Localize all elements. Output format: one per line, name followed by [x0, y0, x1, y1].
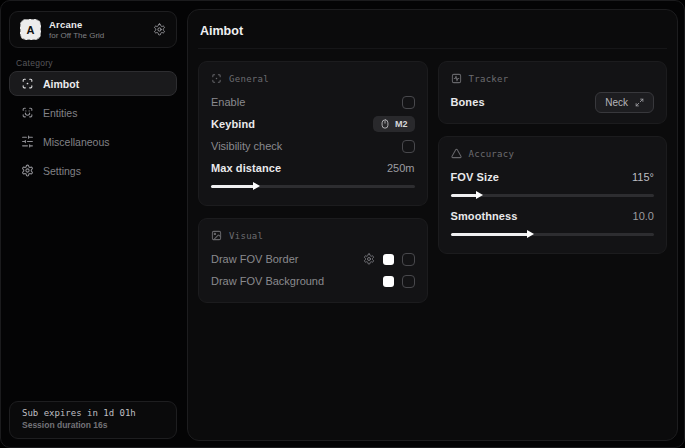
entity-scan-icon [21, 106, 34, 119]
category-label: Category [16, 58, 53, 68]
draw-fov-background-row: Draw FOV Background [211, 270, 415, 292]
draw-fov-border-checkbox[interactable] [402, 253, 415, 266]
fov-size-value: 115° [632, 171, 654, 183]
keybind-row: Keybind M2 [211, 113, 415, 135]
app-name: Arcane [49, 19, 104, 30]
app-logo-letter: A [27, 24, 35, 36]
enable-label: Enable [211, 96, 245, 108]
fov-size-slider[interactable] [451, 189, 655, 201]
draw-fov-background-label: Draw FOV Background [211, 275, 324, 287]
sidebar-item-label: Entities [43, 107, 77, 119]
visual-card: Visual Draw FOV Border Draw [198, 218, 428, 303]
bones-label: Bones [451, 96, 485, 108]
max-distance-row: Max distance 250m [211, 157, 415, 179]
main-panel: Aimbot General Enable [187, 9, 678, 441]
slider-thumb[interactable] [527, 230, 534, 238]
crosshair-scan-icon [21, 77, 34, 90]
fov-size-label: FOV Size [451, 171, 499, 183]
card-title: General [229, 74, 269, 84]
sub-expiry-text: Sub expires in 1d 01h [22, 408, 164, 418]
visibility-check-label: Visibility check [211, 140, 282, 152]
sidebar-nav: Aimbot Entities Miscellaneous Settings [9, 71, 177, 183]
card-title: Accuracy [469, 149, 515, 159]
page-title: Aimbot [198, 22, 667, 49]
crosshair-scan-icon [211, 73, 222, 84]
bones-row: Bones Neck [451, 91, 655, 113]
tracker-card: Tracker Bones Neck [438, 61, 668, 124]
mouse-icon [380, 119, 390, 129]
card-title: Visual [229, 231, 263, 241]
max-distance-slider[interactable] [211, 180, 415, 192]
gear-icon [21, 164, 34, 177]
sidebar-item-aimbot[interactable]: Aimbot [9, 71, 177, 96]
smoothness-label: Smoothness [451, 210, 518, 222]
sidebar-item-settings[interactable]: Settings [9, 158, 177, 183]
draw-fov-background-checkbox[interactable] [402, 275, 415, 288]
bones-value: Neck [605, 97, 628, 108]
sidebar-item-miscellaneous[interactable]: Miscellaneous [9, 129, 177, 154]
sliders-icon [21, 135, 34, 148]
image-icon [211, 230, 222, 241]
draw-fov-border-row: Draw FOV Border [211, 248, 415, 270]
sidebar-item-label: Aimbot [43, 78, 79, 90]
arcane-window: A Arcane for Off The Grid Category Aimbo… [0, 0, 685, 448]
gear-icon[interactable] [153, 23, 166, 36]
keybind-value: M2 [395, 119, 408, 129]
sidebar: A Arcane for Off The Grid Category Aimbo… [1, 1, 183, 447]
activity-icon [451, 73, 462, 84]
fov-size-row: FOV Size 115° [451, 166, 655, 188]
sidebar-item-label: Settings [43, 165, 81, 177]
fov-background-color-swatch[interactable] [383, 276, 394, 287]
card-title: Tracker [469, 74, 509, 84]
keybind-label: Keybind [211, 118, 255, 130]
draw-fov-border-label: Draw FOV Border [211, 253, 298, 265]
bones-select[interactable]: Neck [595, 92, 654, 113]
enable-row: Enable [211, 91, 415, 113]
accuracy-card: Accuracy FOV Size 115° [438, 136, 668, 254]
subscription-info-card: Sub expires in 1d 01h Session duration 1… [9, 401, 177, 439]
keybind-button[interactable]: M2 [373, 116, 415, 132]
max-distance-label: Max distance [211, 162, 281, 174]
enable-checkbox[interactable] [402, 96, 415, 109]
expand-icon [635, 98, 644, 107]
sidebar-item-label: Miscellaneous [43, 136, 110, 148]
app-subtitle: for Off The Grid [49, 31, 104, 40]
slider-thumb[interactable] [253, 182, 260, 190]
smoothness-slider[interactable] [451, 228, 655, 240]
fov-border-color-swatch[interactable] [383, 254, 394, 265]
triangle-icon [451, 148, 462, 159]
session-duration-text: Session duration 16s [22, 420, 164, 430]
general-card: General Enable Keybind M2 [198, 61, 428, 206]
app-logo-card: A Arcane for Off The Grid [9, 11, 177, 48]
gear-icon[interactable] [363, 253, 375, 265]
smoothness-value: 10.0 [633, 210, 654, 222]
visibility-check-row: Visibility check [211, 135, 415, 157]
visibility-check-checkbox[interactable] [402, 140, 415, 153]
smoothness-row: Smoothness 10.0 [451, 205, 655, 227]
slider-thumb[interactable] [476, 191, 483, 199]
sidebar-item-entities[interactable]: Entities [9, 100, 177, 125]
max-distance-value: 250m [387, 162, 415, 174]
app-logo: A [20, 19, 41, 40]
